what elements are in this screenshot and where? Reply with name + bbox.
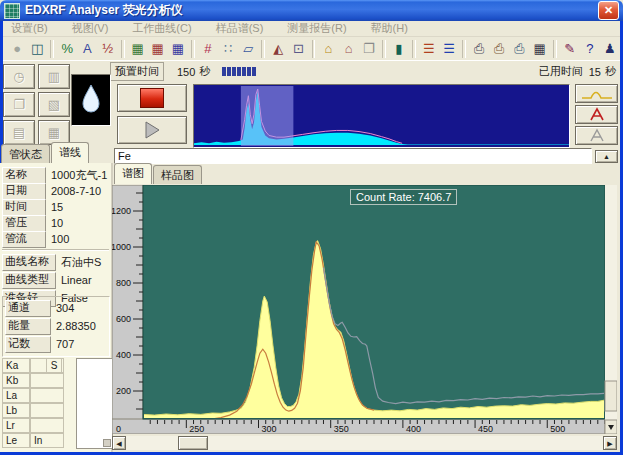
marker-info-group: 通道304能量2.88350记数707 [5,299,109,353]
plot-area [143,185,605,419]
menu-item-3[interactable]: 工作曲线(C) [132,21,191,36]
roi-box-button[interactable]: ⊡ [288,39,308,59]
menu-item-5[interactable]: 测量报告(R) [287,21,346,36]
progress-segment [252,67,256,76]
spectrum-preview[interactable] [193,84,570,148]
stop-circle-button[interactable]: ● [7,39,27,59]
listbox-scroll-thumb[interactable] [103,439,111,447]
table-sum-button[interactable]: ▦ [168,39,188,59]
spectrum-chart[interactable]: 200400600800100012000250300350400450500 [112,185,617,434]
percent-calib-button[interactable]: % [57,39,77,59]
curve-fit-button[interactable]: A [77,39,97,59]
menu-item-4[interactable]: 样品谱(S) [216,21,264,36]
field-row: 日期2008-7-10 [2,183,112,199]
peak-table-row: Lb [2,403,64,418]
tab-sample-view[interactable]: 样品图 [153,165,202,184]
peak-curve-yellow-button[interactable] [575,84,618,103]
tab-spectral-lines[interactable]: 谱线 [51,142,89,163]
field-value: 石油中S [56,255,101,270]
print-setup-button[interactable]: ⎙ [489,39,509,59]
progress-segment [247,67,251,76]
peak-table-cell: Ka [2,358,30,373]
peak-table-cell: Le [2,433,30,448]
peak-table-header: S [46,358,62,373]
peak-table-cell: La [2,388,30,403]
peak-triangle-button[interactable]: ◭ [268,39,288,59]
home-save-button[interactable]: ⌂ [339,39,359,59]
field-value: 2008-7-10 [46,185,101,197]
progress-segment [222,67,226,76]
svg-text:400: 400 [116,350,131,360]
tab-spectrum-view[interactable]: 谱图 [114,163,152,184]
element-listbox[interactable] [76,358,113,449]
field-value: 707 [51,338,74,350]
print-preview-button[interactable]: ⎙ [509,39,529,59]
toolbar: ●◫%A½▦▦▦#∷▱◭⊡⌂⌂❐▮☰☰⎙⎙⎙▦✎?♟ [3,37,620,61]
progress-segments [222,67,256,76]
start-button[interactable] [117,116,187,144]
menu-item-6[interactable]: 帮助(H) [371,21,408,36]
toolbar-separator [412,40,416,58]
filter-icon[interactable]: ▧ [38,92,70,117]
window-title: EDXRF Analyser 荧光分析仪 [25,2,183,19]
scroll-left-button[interactable]: ◀ [112,436,126,450]
calculator-button[interactable]: ▦ [529,39,549,59]
acquire-button[interactable]: ◫ [27,39,47,59]
close-button[interactable]: ✕ [598,1,619,20]
tube-control-buttons: ◷▥❐▧▤▦ [3,64,68,145]
exit-button[interactable]: ♟ [600,39,620,59]
list-blue-button[interactable]: ☰ [439,39,459,59]
peak-marker-gray-button[interactable] [575,126,618,145]
elapsed-time-unit: 秒 [605,64,616,79]
field-label: 名称 [2,167,46,184]
water-drop-icon [72,75,110,125]
chart-view-button[interactable]: ▱ [238,39,258,59]
peak-table-row: Kb [2,373,64,388]
element-input[interactable] [114,148,592,164]
element-spin-up-button[interactable]: ▲ [595,150,618,163]
copy-icon[interactable]: ❐ [3,92,35,117]
smooth-button[interactable]: ∷ [218,39,238,59]
field-row: 通道304 [5,299,109,317]
stop-button[interactable] [117,84,187,112]
tube-hv-icon[interactable]: ▥ [38,64,70,89]
title-bar[interactable]: EDXRF Analyser 荧光分析仪 ✕ [0,0,623,21]
tab-tube-status[interactable]: 管状态 [1,144,50,163]
field-row: 记数707 [5,335,109,353]
peak-table-cell [30,403,64,418]
field-row: 管压10 [2,215,112,231]
list-red-button[interactable]: ☰ [419,39,439,59]
main-tab-strip: 谱图 样品图 [114,166,617,184]
peak-table-row: Lr [2,418,64,433]
svg-text:200: 200 [116,386,131,396]
home-load-button[interactable]: ⌂ [318,39,338,59]
ratio-button[interactable]: ½ [97,39,117,59]
peak-marker-red-button[interactable] [575,105,618,124]
progress-segment [232,67,236,76]
field-row: 曲线名称石油中S [2,253,112,271]
grid-button[interactable]: # [198,39,218,59]
toolbar-separator [121,40,125,58]
menu-item-2[interactable]: 视图(V) [72,21,109,36]
svg-text:400: 400 [406,424,421,434]
table-delete-button[interactable]: ▦ [148,39,168,59]
field-label: 曲线类型 [2,272,56,289]
sheets-button[interactable]: ❐ [359,39,379,59]
context-help-button[interactable]: ? [580,39,600,59]
scroll-thumb[interactable] [178,436,208,450]
sample-view [71,74,111,126]
database-book-button[interactable]: ▮ [389,39,409,59]
timer-icon[interactable]: ◷ [3,64,35,89]
scroll-right-button[interactable]: ▶ [603,436,617,450]
report-icon[interactable]: ▤ [3,120,35,145]
chart-hscrollbar[interactable]: ◀ ▶ [112,436,617,450]
svg-text:450: 450 [478,424,493,434]
field-row: 曲线类型Linear [2,271,112,289]
logbook-button[interactable]: ✎ [560,39,580,59]
menu-item-1[interactable]: 设置(B) [11,21,48,36]
peak-table-cell: Kb [2,373,30,388]
table-new-button[interactable]: ▦ [128,39,148,59]
time-bar: 预置时间 150 秒 已用时间 15 秒 [110,61,620,82]
field-label: 能量 [5,318,51,335]
print-button[interactable]: ⎙ [469,39,489,59]
